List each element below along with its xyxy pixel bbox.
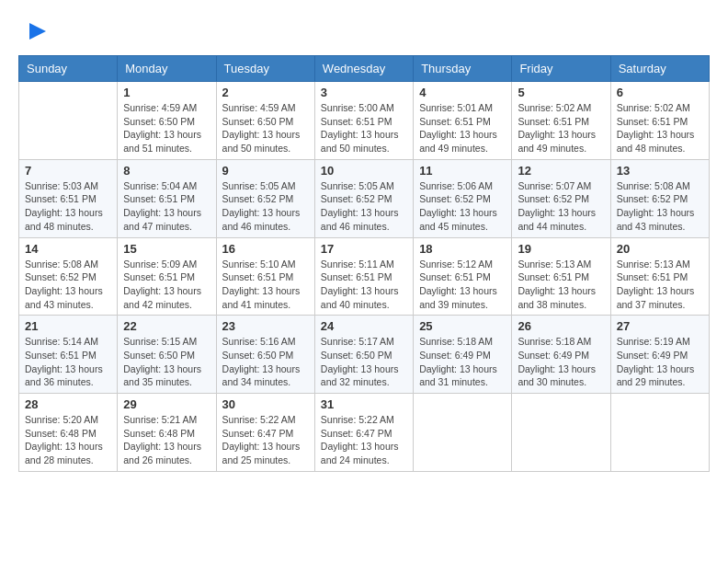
calendar-cell: 21Sunrise: 5:14 AM Sunset: 6:51 PM Dayli… [19,316,118,394]
day-info: Sunrise: 5:14 AM Sunset: 6:51 PM Dayligh… [25,335,111,389]
day-info: Sunrise: 5:00 AM Sunset: 6:51 PM Dayligh… [321,101,407,155]
day-number: 21 [25,319,111,333]
day-info: Sunrise: 5:05 AM Sunset: 6:52 PM Dayligh… [321,179,407,234]
day-info: Sunrise: 5:08 AM Sunset: 6:52 PM Dayligh… [617,179,703,234]
day-info: Sunrise: 5:01 AM Sunset: 6:51 PM Dayligh… [419,101,506,155]
calendar-cell: 10Sunrise: 5:05 AM Sunset: 6:52 PM Dayli… [314,159,413,237]
day-number: 19 [518,242,604,256]
day-info: Sunrise: 5:20 AM Sunset: 6:48 PM Dayligh… [25,413,111,467]
calendar-cell [414,394,512,472]
day-info: Sunrise: 5:07 AM Sunset: 6:52 PM Dayligh… [518,179,604,234]
week-row-5: 28Sunrise: 5:20 AM Sunset: 6:48 PM Dayli… [19,394,710,472]
calendar-cell: 6Sunrise: 5:02 AM Sunset: 6:51 PM Daylig… [610,82,709,160]
calendar-cell: 26Sunrise: 5:18 AM Sunset: 6:49 PM Dayli… [512,316,610,394]
calendar-cell: 11Sunrise: 5:06 AM Sunset: 6:52 PM Dayli… [414,159,512,237]
day-info: Sunrise: 5:02 AM Sunset: 6:51 PM Dayligh… [617,101,703,155]
day-info: Sunrise: 5:02 AM Sunset: 6:51 PM Dayligh… [518,101,604,155]
calendar-cell: 2Sunrise: 4:59 AM Sunset: 6:50 PM Daylig… [216,82,314,160]
calendar-cell: 23Sunrise: 5:16 AM Sunset: 6:50 PM Dayli… [216,316,314,394]
calendar-cell: 7Sunrise: 5:03 AM Sunset: 6:51 PM Daylig… [19,159,118,237]
day-info: Sunrise: 5:17 AM Sunset: 6:50 PM Dayligh… [321,335,407,389]
day-info: Sunrise: 5:22 AM Sunset: 6:47 PM Dayligh… [321,413,407,467]
day-info: Sunrise: 5:18 AM Sunset: 6:49 PM Dayligh… [518,335,604,389]
day-info: Sunrise: 5:13 AM Sunset: 6:51 PM Dayligh… [617,258,703,312]
day-number: 26 [518,319,604,333]
week-row-2: 7Sunrise: 5:03 AM Sunset: 6:51 PM Daylig… [19,159,710,237]
page-header [18,18,710,46]
day-number: 15 [123,242,210,256]
calendar-cell: 4Sunrise: 5:01 AM Sunset: 6:51 PM Daylig… [414,82,512,160]
day-number: 5 [518,86,604,99]
week-row-4: 21Sunrise: 5:14 AM Sunset: 6:51 PM Dayli… [19,316,710,394]
calendar-cell: 25Sunrise: 5:18 AM Sunset: 6:49 PM Dayli… [414,316,512,394]
calendar-cell: 18Sunrise: 5:12 AM Sunset: 6:51 PM Dayli… [414,237,512,316]
day-info: Sunrise: 5:19 AM Sunset: 6:49 PM Dayligh… [617,335,703,389]
day-number: 25 [419,319,506,333]
calendar-cell: 13Sunrise: 5:08 AM Sunset: 6:52 PM Dayli… [610,159,709,237]
calendar-cell: 27Sunrise: 5:19 AM Sunset: 6:49 PM Dayli… [610,316,709,394]
calendar-cell: 14Sunrise: 5:08 AM Sunset: 6:52 PM Dayli… [19,237,118,316]
day-number: 30 [222,397,309,411]
day-info: Sunrise: 5:09 AM Sunset: 6:51 PM Dayligh… [123,258,210,312]
day-number: 2 [222,86,309,99]
column-header-sunday: Sunday [19,56,118,82]
column-header-thursday: Thursday [414,56,512,82]
day-info: Sunrise: 5:21 AM Sunset: 6:48 PM Dayligh… [123,413,210,467]
day-number: 28 [25,397,111,411]
logo [18,18,48,46]
day-info: Sunrise: 5:10 AM Sunset: 6:51 PM Dayligh… [222,258,309,312]
week-row-3: 14Sunrise: 5:08 AM Sunset: 6:52 PM Dayli… [19,237,710,316]
day-number: 4 [419,86,506,99]
calendar-cell: 24Sunrise: 5:17 AM Sunset: 6:50 PM Dayli… [314,316,413,394]
day-number: 11 [419,164,506,178]
day-number: 31 [321,397,407,411]
calendar-cell: 17Sunrise: 5:11 AM Sunset: 6:51 PM Dayli… [314,237,413,316]
day-number: 1 [123,86,210,99]
calendar-cell: 28Sunrise: 5:20 AM Sunset: 6:48 PM Dayli… [19,394,118,472]
day-info: Sunrise: 5:06 AM Sunset: 6:52 PM Dayligh… [419,179,506,234]
day-number: 10 [321,164,407,178]
day-info: Sunrise: 5:12 AM Sunset: 6:51 PM Dayligh… [419,258,506,312]
day-number: 3 [321,86,407,99]
calendar-cell: 30Sunrise: 5:22 AM Sunset: 6:47 PM Dayli… [216,394,314,472]
day-number: 12 [518,164,604,178]
day-info: Sunrise: 5:05 AM Sunset: 6:52 PM Dayligh… [222,179,309,234]
column-header-saturday: Saturday [610,56,709,82]
calendar-cell [610,394,709,472]
day-info: Sunrise: 4:59 AM Sunset: 6:50 PM Dayligh… [222,101,309,155]
day-info: Sunrise: 4:59 AM Sunset: 6:50 PM Dayligh… [123,101,210,155]
calendar-cell: 19Sunrise: 5:13 AM Sunset: 6:51 PM Dayli… [512,237,610,316]
svg-marker-0 [29,23,46,40]
day-number: 22 [123,319,210,333]
column-header-wednesday: Wednesday [314,56,413,82]
day-number: 6 [617,86,703,99]
calendar-cell: 29Sunrise: 5:21 AM Sunset: 6:48 PM Dayli… [118,394,216,472]
day-number: 8 [123,164,210,178]
day-number: 18 [419,242,506,256]
logo-icon [20,18,48,46]
day-number: 27 [617,319,703,333]
day-number: 24 [321,319,407,333]
calendar-cell: 3Sunrise: 5:00 AM Sunset: 6:51 PM Daylig… [314,82,413,160]
calendar-cell: 8Sunrise: 5:04 AM Sunset: 6:51 PM Daylig… [118,159,216,237]
calendar-cell [512,394,610,472]
day-info: Sunrise: 5:11 AM Sunset: 6:51 PM Dayligh… [321,258,407,312]
calendar-cell: 22Sunrise: 5:15 AM Sunset: 6:50 PM Dayli… [118,316,216,394]
calendar-cell: 1Sunrise: 4:59 AM Sunset: 6:50 PM Daylig… [118,82,216,160]
calendar-cell: 31Sunrise: 5:22 AM Sunset: 6:47 PM Dayli… [314,394,413,472]
week-row-1: 1Sunrise: 4:59 AM Sunset: 6:50 PM Daylig… [19,82,710,160]
column-header-monday: Monday [118,56,216,82]
day-info: Sunrise: 5:18 AM Sunset: 6:49 PM Dayligh… [419,335,506,389]
calendar-cell: 15Sunrise: 5:09 AM Sunset: 6:51 PM Dayli… [118,237,216,316]
day-info: Sunrise: 5:04 AM Sunset: 6:51 PM Dayligh… [123,179,210,234]
calendar-table: SundayMondayTuesdayWednesdayThursdayFrid… [18,55,710,472]
day-info: Sunrise: 5:15 AM Sunset: 6:50 PM Dayligh… [123,335,210,389]
day-info: Sunrise: 5:13 AM Sunset: 6:51 PM Dayligh… [518,258,604,312]
calendar-cell: 5Sunrise: 5:02 AM Sunset: 6:51 PM Daylig… [512,82,610,160]
day-info: Sunrise: 5:03 AM Sunset: 6:51 PM Dayligh… [25,179,111,234]
day-info: Sunrise: 5:08 AM Sunset: 6:52 PM Dayligh… [25,258,111,312]
day-number: 13 [617,164,703,178]
day-number: 9 [222,164,309,178]
day-number: 20 [617,242,703,256]
day-info: Sunrise: 5:22 AM Sunset: 6:47 PM Dayligh… [222,413,309,467]
